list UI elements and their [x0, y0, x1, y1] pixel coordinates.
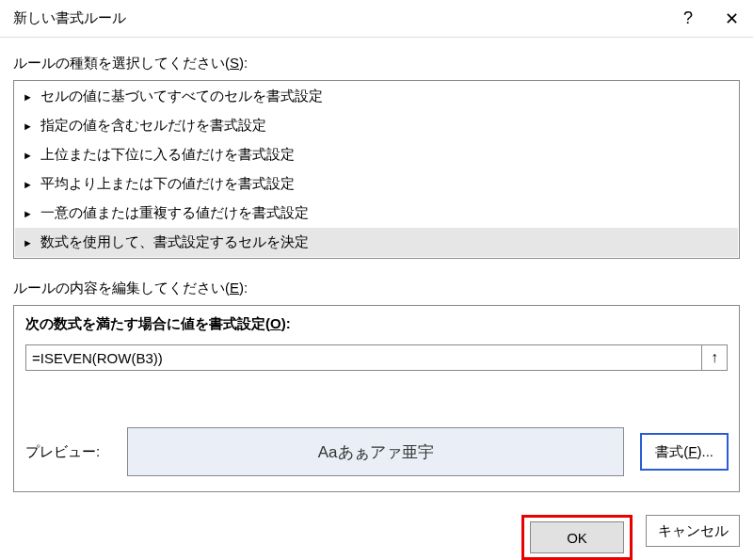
arrow-icon: ► [23, 120, 33, 132]
ok-highlight: OK [521, 515, 633, 560]
rule-type-item-label: 平均より上または下の値だけを書式設定 [40, 175, 295, 193]
close-button[interactable]: ✕ [710, 0, 753, 38]
rule-edit-box: 次の数式を満たす場合に値を書式設定(O): ↑ プレビュー: Aaあぁアァ亜宇 … [13, 305, 740, 492]
rule-type-item-label: 数式を使用して、書式設定するセルを決定 [40, 233, 309, 251]
rule-type-item[interactable]: ►平均より上または下の値だけを書式設定 [15, 169, 738, 199]
arrow-icon: ► [23, 91, 33, 103]
rule-type-item-label: 指定の値を含むセルだけを書式設定 [40, 117, 266, 135]
arrow-icon: ► [23, 237, 33, 248]
preview-row: プレビュー: Aaあぁアァ亜宇 書式(F)... [25, 427, 728, 476]
rule-type-item[interactable]: ►一意の値または重複する値だけを書式設定 [15, 199, 738, 228]
preview-box: Aaあぁアァ亜宇 [127, 427, 624, 476]
formula-row: ↑ [25, 344, 728, 371]
rule-type-item-label: セルの値に基づいてすべてのセルを書式設定 [40, 88, 323, 105]
rule-type-item[interactable]: ►指定の値を含むセルだけを書式設定 [15, 111, 738, 140]
rule-type-item-label: 一意の値または重複する値だけを書式設定 [40, 204, 309, 222]
arrow-icon: ► [23, 208, 33, 219]
format-button[interactable]: 書式(F)... [641, 434, 728, 470]
formula-input[interactable] [25, 344, 701, 371]
ok-button[interactable]: OK [530, 521, 624, 553]
preview-label: プレビュー: [25, 443, 110, 461]
arrow-icon: ► [23, 179, 33, 190]
collapse-dialog-button[interactable]: ↑ [701, 344, 728, 371]
rule-type-list[interactable]: ►セルの値に基づいてすべてのセルを書式設定►指定の値を含むセルだけを書式設定►上… [13, 80, 740, 259]
rule-type-item-label: 上位または下位に入る値だけを書式設定 [40, 146, 295, 164]
formula-prompt: 次の数式を満たす場合に値を書式設定(O): [25, 315, 728, 333]
dialog-buttons: OK キャンセル [0, 502, 753, 560]
cancel-button[interactable]: キャンセル [646, 515, 740, 547]
dialog-content: ルールの種類を選択してください(S): ►セルの値に基づいてすべてのセルを書式設… [0, 38, 753, 502]
rule-edit-label: ルールの内容を編集してください(E): [13, 280, 740, 297]
up-arrow-icon: ↑ [711, 349, 718, 366]
rule-type-item[interactable]: ►数式を使用して、書式設定するセルを決定 [15, 228, 738, 257]
help-button[interactable]: ? [666, 0, 710, 38]
rule-type-item[interactable]: ►セルの値に基づいてすべてのセルを書式設定 [15, 82, 738, 111]
rule-type-label: ルールの種類を選択してください(S): [13, 55, 740, 72]
arrow-icon: ► [23, 150, 33, 161]
titlebar: 新しい書式ルール ? ✕ [0, 0, 753, 38]
rule-type-item[interactable]: ►上位または下位に入る値だけを書式設定 [15, 140, 738, 169]
dialog-title: 新しい書式ルール [13, 9, 666, 27]
